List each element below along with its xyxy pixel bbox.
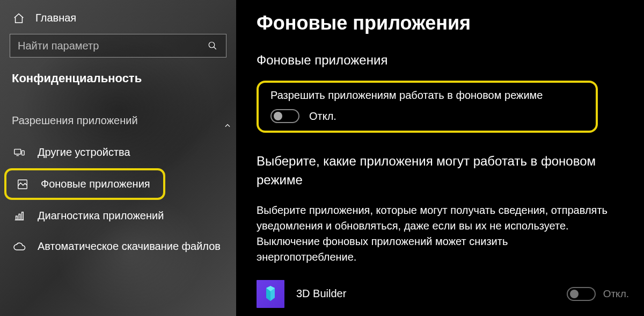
svg-rect-8 [19,214,20,220]
svg-rect-9 [22,212,24,220]
app-tile-3d-builder-icon [257,280,284,308]
sidebar-item-other-devices[interactable]: Другие устройства [0,138,236,167]
page-title: Фоновые приложения [257,12,629,34]
sidebar-item-app-diagnostics[interactable]: Диагностика приложений [0,201,236,231]
choose-apps-description: Выберите приложения, которые могут получ… [257,203,611,265]
home-label: Главная [35,12,76,24]
background-toggle-state: Откл. [309,110,336,123]
search-icon[interactable] [199,41,226,51]
background-apps-icon [16,178,29,190]
app-row: 3D Builder Откл. [257,278,629,308]
category-title: Конфиденциальность [0,71,236,98]
svg-rect-2 [14,149,21,154]
home-icon [13,12,25,24]
svg-point-0 [209,42,215,48]
app-toggle-state: Откл. [603,288,629,300]
diagnostics-icon [13,210,26,222]
sidebar-item-label: Автоматическое скачивание файлов [38,240,221,253]
background-toggle-label: Разрешить приложениям работать в фоновом… [270,89,584,102]
svg-rect-3 [22,150,25,155]
app-name: 3D Builder [296,288,555,300]
sidebar-item-label: Диагностика приложений [38,210,164,222]
devices-icon [13,147,26,159]
search-input[interactable] [10,34,199,57]
section-heading-choose-apps: Выберите, какие приложения могут работат… [257,152,611,190]
section-heading-background-apps: Фоновые приложения [257,53,629,68]
sidebar-item-label: Другие устройства [38,146,130,159]
svg-rect-7 [16,216,18,220]
sidebar-item-label: Фоновые приложения [41,178,150,190]
background-apps-toggle-block: Разрешить приложениям работать в фоновом… [257,81,598,133]
home-nav[interactable]: Главная [0,12,236,34]
sidebar-item-auto-download[interactable]: Автоматическое скачивание файлов [0,232,236,261]
search-box[interactable] [10,34,226,58]
app-toggle-3d-builder[interactable] [567,287,596,301]
sidebar: Главная Конфиденциальность Разрешения пр… [0,0,236,316]
background-apps-toggle[interactable] [270,109,299,123]
cloud-download-icon [13,241,26,252]
svg-line-1 [214,47,216,49]
main-content: Фоновые приложения Фоновые приложения Ра… [236,0,644,316]
sidebar-item-background-apps[interactable]: Фоновые приложения [4,168,165,200]
sidebar-section-heading: Разрешения приложений [0,98,236,137]
